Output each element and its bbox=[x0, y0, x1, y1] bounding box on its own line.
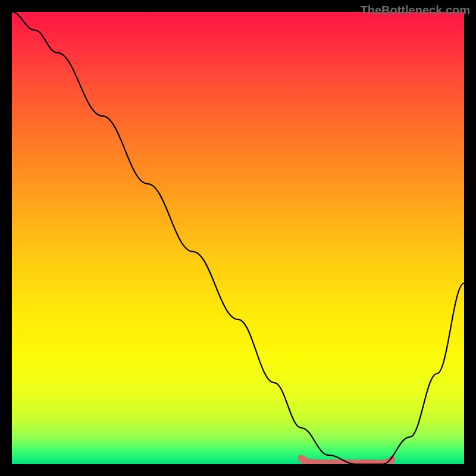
watermark-text: TheBottleneck.com bbox=[361, 4, 470, 17]
chart-svg bbox=[12, 12, 464, 464]
bottleneck-curve-line bbox=[12, 12, 464, 464]
chart-plot-area bbox=[12, 12, 464, 464]
